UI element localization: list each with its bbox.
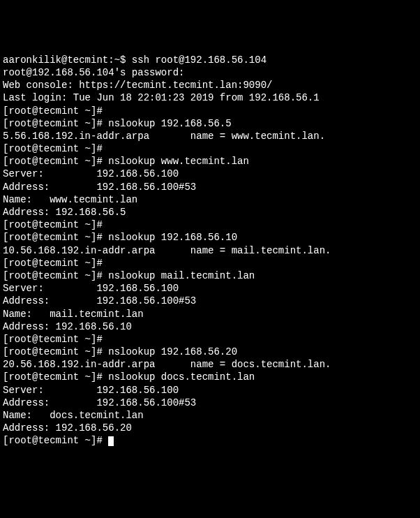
terminal-line: Web console: https://tecmint.tecmint.lan… [3, 79, 417, 91]
terminal-line: Server: 192.168.56.100 [3, 168, 417, 180]
terminal-output[interactable]: aaronkilik@tecmint:~$ ssh root@192.168.5… [3, 54, 417, 447]
terminal-prompt-active[interactable]: [root@tecmint ~]# [3, 434, 417, 447]
terminal-line: Address: 192.168.56.100#53 [3, 181, 417, 193]
terminal-line: 10.56.168.192.in-addr.arpa name = mail.t… [3, 244, 417, 257]
terminal-prompt: [root@tecmint ~]# [3, 257, 417, 269]
terminal-command: [root@tecmint ~]# nslookup www.tecmint.l… [3, 155, 417, 168]
terminal-prompt: [root@tecmint ~]# [3, 219, 417, 231]
terminal-line: Name: www.tecmint.lan [3, 193, 417, 206]
terminal-prompt: [root@tecmint ~]# [3, 333, 417, 346]
terminal-line: Name: mail.tecmint.lan [3, 308, 417, 320]
terminal-line: aaronkilik@tecmint:~$ ssh root@192.168.5… [3, 54, 417, 66]
terminal-prompt: [root@tecmint ~]# [3, 105, 417, 117]
terminal-line: root@192.168.56.104's password: [3, 66, 417, 79]
terminal-line: Address: 192.168.56.5 [3, 206, 417, 219]
terminal-line: Server: 192.168.56.100 [3, 282, 417, 295]
terminal-command: [root@tecmint ~]# nslookup docs.tecmint.… [3, 371, 417, 383]
terminal-line: Address: 192.168.56.100#53 [3, 295, 417, 307]
terminal-line: Address: 192.168.56.100#53 [3, 397, 417, 409]
terminal-line: 5.56.168.192.in-addr.arpa name = www.tec… [3, 130, 417, 142]
terminal-command: [root@tecmint ~]# nslookup mail.tecmint.… [3, 269, 417, 282]
terminal-line: Address: 192.168.56.10 [3, 320, 417, 333]
terminal-line: 20.56.168.192.in-addr.arpa name = docs.t… [3, 358, 417, 371]
terminal-command: [root@tecmint ~]# nslookup 192.168.56.5 [3, 117, 417, 130]
prompt-text: [root@tecmint ~]# [3, 435, 108, 446]
terminal-line: Name: docs.tecmint.lan [3, 409, 417, 422]
terminal-line: Server: 192.168.56.100 [3, 384, 417, 397]
terminal-command: [root@tecmint ~]# nslookup 192.168.56.10 [3, 231, 417, 244]
terminal-line: Last login: Tue Jun 18 22:01:23 2019 fro… [3, 91, 417, 104]
cursor-icon [108, 436, 114, 446]
terminal-command: [root@tecmint ~]# nslookup 192.168.56.20 [3, 346, 417, 358]
terminal-prompt: [root@tecmint ~]# [3, 142, 417, 155]
terminal-line: Address: 192.168.56.20 [3, 422, 417, 434]
